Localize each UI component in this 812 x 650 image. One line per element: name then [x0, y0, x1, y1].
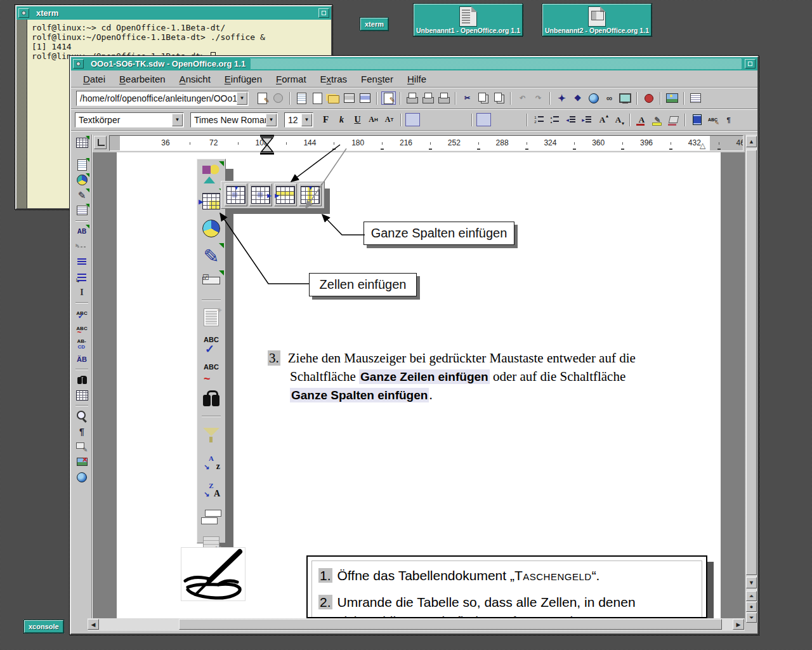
minimized-window-unbenannt2[interactable]: Unbenannt2 - OpenOffice.org 1.1: [542, 4, 652, 36]
sort-ascending-icon[interactable]: Az: [199, 448, 224, 474]
redo-icon[interactable]: ↷: [531, 91, 546, 105]
terminal-scrollbar[interactable]: [16, 20, 27, 208]
spellcheck-icon[interactable]: ABC✓: [199, 332, 224, 357]
line-spacing-2-icon[interactable]: [508, 113, 523, 126]
sort-descending-icon[interactable]: ZA: [199, 475, 224, 501]
window-menu-button[interactable]: [73, 59, 84, 69]
horizontal-scrollbar-thumb[interactable]: [179, 619, 722, 630]
copy-icon[interactable]: [476, 91, 490, 105]
document-area[interactable]: ABC✓ABC~AzZA Ganze Spalten einfügen Zell…: [93, 152, 745, 618]
form-functions-icon[interactable]: [75, 204, 89, 217]
graphics-icon[interactable]: [690, 113, 704, 126]
edit-file-icon[interactable]: [255, 91, 270, 105]
insert-whole-rows-button[interactable]: [274, 183, 297, 206]
font-name-combobox[interactable]: Times New Roman ▼: [190, 112, 278, 128]
paste-icon[interactable]: [492, 91, 506, 105]
highlighting-icon[interactable]: ✎: [650, 113, 665, 126]
insert-doc-icon[interactable]: [199, 305, 224, 330]
next-page-button[interactable]: ⏷: [746, 613, 757, 623]
chevron-down-icon[interactable]: ▼: [266, 114, 277, 126]
align-center-icon[interactable]: [421, 113, 436, 126]
xconsole-desktop-icon[interactable]: xconsole: [24, 620, 63, 633]
embedded-floating-toolbar-image[interactable]: [221, 181, 325, 209]
autofilter-icon[interactable]: [199, 421, 224, 446]
stylist-icon[interactable]: ❖: [570, 91, 585, 105]
xterm-desktop-icon[interactable]: xterm: [360, 18, 388, 30]
scroll-up-button[interactable]: ▲: [746, 136, 757, 147]
auto-spellcheck-icon[interactable]: ABC~: [199, 359, 224, 385]
numbering-on-off-icon[interactable]: [532, 113, 546, 126]
scroll-left-button[interactable]: ◀: [88, 619, 99, 630]
save-doc-icon[interactable]: [342, 91, 357, 105]
url-combobox[interactable]: /home/rolf/openoffice/anleitungen/OOo1-S…: [76, 91, 249, 106]
save-as-icon[interactable]: [358, 91, 372, 105]
group-icon[interactable]: [199, 503, 224, 528]
stop-loading-icon[interactable]: [271, 91, 285, 105]
direct-cursor-icon[interactable]: ▸: [75, 240, 89, 253]
menu-item-extras[interactable]: Extras: [315, 72, 353, 86]
record-macro-icon[interactable]: [641, 91, 656, 105]
text-cursor-icon[interactable]: I: [75, 286, 89, 299]
page-preview-icon[interactable]: [436, 91, 451, 105]
xterm-titlebar[interactable]: xterm: [16, 6, 331, 20]
insert-rows-button[interactable]: [225, 183, 247, 206]
insert-objects-icon[interactable]: [75, 173, 89, 187]
insert-cells-icon[interactable]: [199, 189, 224, 214]
find-replace-icon[interactable]: [75, 373, 89, 387]
printer-icon[interactable]: [421, 91, 435, 105]
subscript-icon[interactable]: AT: [382, 113, 396, 126]
new-doc-from-template-icon[interactable]: [294, 91, 309, 105]
spellcheck-icon[interactable]: ABC✓: [75, 307, 89, 320]
gallery-icon[interactable]: [665, 91, 679, 105]
find-replace-icon[interactable]: [199, 387, 224, 412]
undo-icon[interactable]: ↶: [515, 91, 530, 105]
zoom-icon[interactable]: [75, 409, 89, 423]
print-file-icon[interactable]: [405, 91, 419, 105]
menu-item-hilfe[interactable]: Hilfe: [402, 72, 432, 86]
scroll-right-button[interactable]: ▶: [733, 619, 744, 630]
increase-font-icon[interactable]: A: [595, 113, 610, 126]
increase-indent-icon[interactable]: [579, 113, 594, 126]
line-spacing-15-icon[interactable]: [492, 113, 507, 126]
form-navigator-icon[interactable]: [688, 91, 703, 105]
paragraph-style-combobox[interactable]: Textkörper ▼: [75, 112, 184, 128]
nonprinting-characters-icon[interactable]: ¶: [75, 425, 89, 438]
bold-icon[interactable]: F: [318, 113, 333, 126]
insert-chart-icon[interactable]: [199, 216, 224, 241]
minimized-window-unbenannt1[interactable]: Unbenannt1 - OpenOffice.org 1.1: [414, 4, 523, 36]
previous-page-button[interactable]: ⏶: [746, 591, 757, 601]
draw-functions-icon[interactable]: [199, 243, 224, 269]
insert-table-icon[interactable]: [75, 136, 89, 149]
gallery-monitor-icon[interactable]: [618, 91, 632, 105]
align-right-icon[interactable]: [437, 113, 452, 126]
font-size-combobox[interactable]: 12 ▼: [284, 112, 313, 128]
vertical-scrollbar-thumb[interactable]: [746, 150, 757, 575]
new-doc-icon[interactable]: [310, 91, 325, 105]
insert-fields-icon[interactable]: [75, 158, 89, 171]
thesaurus-icon[interactable]: ÄB: [75, 352, 89, 366]
paragraph-icon[interactable]: ¶: [721, 113, 736, 126]
menu-item-bearbeiten[interactable]: Bearbeiten: [114, 72, 171, 86]
align-left-icon[interactable]: [405, 113, 420, 126]
data-sources-icon[interactable]: [75, 388, 89, 402]
font-color-icon[interactable]: A: [634, 113, 649, 126]
scroll-down-button[interactable]: ▼: [746, 577, 757, 588]
draw-functions-icon[interactable]: [75, 189, 89, 202]
maximize-button[interactable]: [745, 59, 756, 69]
hyphenation-icon[interactable]: AB-CD: [75, 337, 89, 350]
horizontal-ruler[interactable]: △ 3672108144180216252288324360396432468: [109, 135, 743, 151]
horizontal-scrollbar[interactable]: ◀ ▶: [88, 618, 745, 631]
superscript-icon[interactable]: AH: [366, 113, 381, 126]
auto-spellcheck-icon[interactable]: ABC~: [75, 322, 89, 335]
hand-sketch-image[interactable]: [181, 547, 246, 601]
edit-mode-icon[interactable]: [381, 91, 396, 105]
open-doc-icon[interactable]: [326, 91, 341, 105]
hyperlink-chain-icon[interactable]: ∞: [602, 91, 617, 105]
vertical-scrollbar[interactable]: ▲ ▼ ⏶ ● ⏷: [745, 135, 757, 622]
embedded-toolbar-image[interactable]: ABC✓ABC~AzZA: [197, 159, 226, 543]
menu-item-format[interactable]: Format: [270, 72, 312, 86]
cut-icon[interactable]: ✂: [460, 91, 475, 105]
menu-item-fenster[interactable]: Fenster: [355, 72, 399, 86]
background-color-icon[interactable]: [666, 113, 681, 126]
menu-item-ansicht[interactable]: Ansicht: [174, 72, 216, 86]
